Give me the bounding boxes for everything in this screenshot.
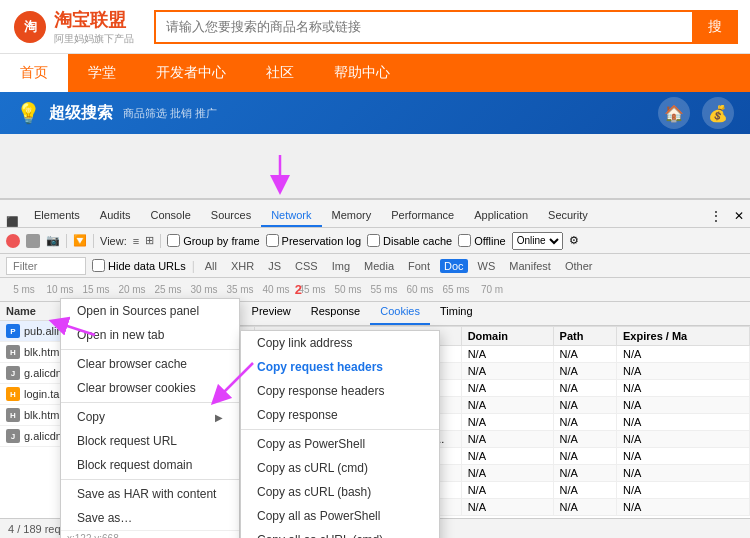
ctx-clear-cookies[interactable]: Clear browser cookies bbox=[61, 376, 239, 400]
devtools-close-icon[interactable]: ✕ bbox=[728, 205, 750, 227]
group-by-frame-checkbox[interactable] bbox=[167, 234, 180, 247]
ctx-sep-2 bbox=[61, 402, 239, 403]
grid-view-icon[interactable]: ⊞ bbox=[145, 234, 154, 247]
ctx-save-har[interactable]: Save as HAR with content bbox=[61, 482, 239, 506]
sub-copy-curl-bash[interactable]: Copy as cURL (bash) bbox=[241, 480, 439, 504]
timeline-35ms: 35 ms bbox=[222, 284, 258, 295]
filter-all[interactable]: All bbox=[201, 259, 221, 273]
nav-dev[interactable]: 开发者中心 bbox=[136, 54, 246, 92]
offline-checkbox[interactable] bbox=[458, 234, 471, 247]
timeline-10ms: 10 ms bbox=[42, 284, 78, 295]
search-button[interactable]: 搜 bbox=[692, 10, 738, 44]
cell-domain-1: N/A bbox=[461, 363, 553, 380]
cell-path-8: N/A bbox=[553, 482, 616, 499]
sub-copy-powershell[interactable]: Copy as PowerShell bbox=[241, 432, 439, 456]
devtools-more-icon[interactable]: ⋮ bbox=[704, 205, 728, 227]
tab-elements[interactable]: Elements bbox=[24, 205, 90, 227]
sub-copy-all-powershell[interactable]: Copy all as PowerShell bbox=[241, 504, 439, 528]
ctx-open-sources-label: Open in Sources panel bbox=[77, 304, 199, 318]
filter-other[interactable]: Other bbox=[561, 259, 597, 273]
detail-tab-timing[interactable]: Timing bbox=[430, 302, 483, 325]
timeline-5ms: 5 ms bbox=[6, 284, 42, 295]
filter-font[interactable]: Font bbox=[404, 259, 434, 273]
request-icon-5: J bbox=[6, 429, 20, 443]
ctx-sep-1 bbox=[61, 349, 239, 350]
ctx-open-new-tab[interactable]: Open in new tab bbox=[61, 323, 239, 347]
preserve-log-check[interactable]: Preservation log bbox=[266, 234, 362, 247]
list-view-icon[interactable]: ≡ bbox=[133, 235, 139, 247]
ctx-block-url[interactable]: Block request URL bbox=[61, 429, 239, 453]
tab-performance[interactable]: Performance bbox=[381, 205, 464, 227]
filter-manifest[interactable]: Manifest bbox=[505, 259, 555, 273]
sub-copy-curl-cmd-label: Copy as cURL (cmd) bbox=[257, 461, 368, 475]
tab-sources[interactable]: Sources bbox=[201, 205, 261, 227]
disable-cache-label: Disable cache bbox=[383, 235, 452, 247]
filter-icon[interactable]: 🔽 bbox=[73, 234, 87, 247]
filter-sep: | bbox=[192, 259, 195, 273]
cell-domain-0: N/A bbox=[461, 346, 553, 363]
ctx-save-har-label: Save as HAR with content bbox=[77, 487, 216, 501]
preserve-log-checkbox[interactable] bbox=[266, 234, 279, 247]
col-path: Path bbox=[553, 327, 616, 346]
filter-img[interactable]: Img bbox=[328, 259, 354, 273]
tab-network[interactable]: Network bbox=[261, 205, 321, 227]
name-column-header: Name bbox=[6, 305, 36, 317]
camera-icon[interactable]: 📷 bbox=[46, 234, 60, 247]
search-input[interactable] bbox=[154, 10, 692, 44]
cell-path-9: N/A bbox=[553, 499, 616, 516]
sub-copy-link[interactable]: Copy link address bbox=[241, 331, 439, 355]
hide-data-urls-checkbox[interactable] bbox=[92, 259, 105, 272]
tab-console[interactable]: Console bbox=[140, 205, 200, 227]
sub-copy-curl-bash-label: Copy as cURL (bash) bbox=[257, 485, 371, 499]
detail-tab-cookies[interactable]: Cookies bbox=[370, 302, 430, 325]
tab-security[interactable]: Security bbox=[538, 205, 598, 227]
filter-input[interactable] bbox=[6, 257, 86, 275]
sub-sep-1 bbox=[241, 429, 439, 430]
request-icon-3: H bbox=[6, 387, 20, 401]
ctx-clear-cache[interactable]: Clear browser cache bbox=[61, 352, 239, 376]
group-by-frame-check[interactable]: Group by frame bbox=[167, 234, 259, 247]
offline-check[interactable]: Offline bbox=[458, 234, 506, 247]
nav-help[interactable]: 帮助中心 bbox=[314, 54, 410, 92]
filter-doc[interactable]: Doc bbox=[440, 259, 468, 273]
timeline-50ms: 50 ms bbox=[330, 284, 366, 295]
col-domain: Domain bbox=[461, 327, 553, 346]
ctx-save-as[interactable]: Save as… bbox=[61, 506, 239, 530]
clear-button[interactable] bbox=[26, 234, 40, 248]
filter-js[interactable]: JS bbox=[264, 259, 285, 273]
tab-memory[interactable]: Memory bbox=[322, 205, 382, 227]
sub-copy-response[interactable]: Copy response bbox=[241, 403, 439, 427]
banner-icons: 🏠 💰 bbox=[658, 97, 734, 129]
nav-home[interactable]: 首页 bbox=[0, 54, 68, 92]
filter-ws[interactable]: WS bbox=[474, 259, 500, 273]
cell-expires-7: N/A bbox=[617, 465, 750, 482]
throttle-select[interactable]: Online bbox=[512, 232, 563, 250]
settings-icon[interactable]: ⚙ bbox=[569, 234, 579, 247]
ctx-copy[interactable]: Copy ▶ bbox=[61, 405, 239, 429]
record-button[interactable] bbox=[6, 234, 20, 248]
request-icon-1: H bbox=[6, 345, 20, 359]
ctx-block-domain[interactable]: Block request domain bbox=[61, 453, 239, 477]
disable-cache-checkbox[interactable] bbox=[367, 234, 380, 247]
preserve-log-label: Preservation log bbox=[282, 235, 362, 247]
sub-copy-all-curl-cmd[interactable]: Copy all as cURL (cmd) bbox=[241, 528, 439, 538]
sub-copy-powershell-label: Copy as PowerShell bbox=[257, 437, 365, 451]
filter-css[interactable]: CSS bbox=[291, 259, 322, 273]
detail-tab-response[interactable]: Response bbox=[301, 302, 371, 325]
nav-community[interactable]: 社区 bbox=[246, 54, 314, 92]
tab-application[interactable]: Application bbox=[464, 205, 538, 227]
ctx-open-sources[interactable]: Open in Sources panel bbox=[61, 299, 239, 323]
filter-xhr[interactable]: XHR bbox=[227, 259, 258, 273]
nav-xuetang[interactable]: 学堂 bbox=[68, 54, 136, 92]
cell-path-4: N/A bbox=[553, 414, 616, 431]
disable-cache-check[interactable]: Disable cache bbox=[367, 234, 452, 247]
tab-audits[interactable]: Audits bbox=[90, 205, 141, 227]
sub-copy-req-headers[interactable]: Copy request headers bbox=[241, 355, 439, 379]
sub-copy-curl-cmd[interactable]: Copy as cURL (cmd) bbox=[241, 456, 439, 480]
filter-media[interactable]: Media bbox=[360, 259, 398, 273]
cell-path-0: N/A bbox=[553, 346, 616, 363]
sub-copy-res-headers[interactable]: Copy response headers bbox=[241, 379, 439, 403]
offline-label: Offline bbox=[474, 235, 506, 247]
hide-data-urls-check[interactable]: Hide data URLs bbox=[92, 259, 186, 272]
detail-tab-preview[interactable]: Preview bbox=[242, 302, 301, 325]
